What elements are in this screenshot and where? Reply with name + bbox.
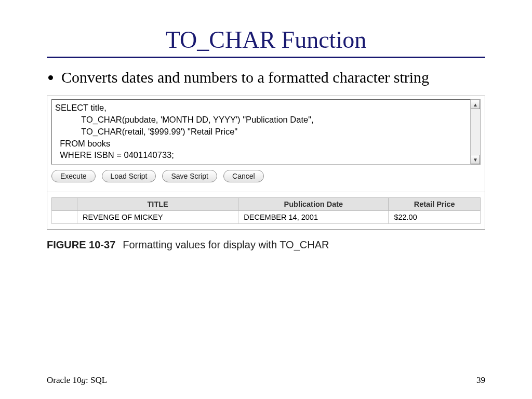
table-header-row: TITLE Publication Date Retail Price bbox=[52, 198, 481, 211]
sql-line: SELECT title, bbox=[55, 103, 107, 112]
bullet-item: Converts dates and numbers to a formatte… bbox=[61, 68, 485, 87]
col-header-title: TITLE bbox=[77, 198, 238, 211]
load-script-button[interactable]: Load Script bbox=[102, 170, 156, 182]
divider bbox=[47, 183, 485, 192]
col-header-retail: Retail Price bbox=[389, 198, 481, 211]
sql-line: TO_CHAR(retail, '$999.99') "Retail Price… bbox=[55, 127, 237, 136]
save-script-button[interactable]: Save Script bbox=[162, 170, 217, 182]
results-table: TITLE Publication Date Retail Price REVE… bbox=[51, 197, 481, 224]
title-underline bbox=[47, 57, 485, 58]
slide: TO_CHAR Function Converts dates and numb… bbox=[0, 0, 532, 399]
footer-page-number: 39 bbox=[476, 375, 485, 385]
scroll-up-icon[interactable]: ▲ bbox=[471, 100, 480, 109]
slide-title: TO_CHAR Function bbox=[47, 26, 485, 54]
row-selector-header bbox=[52, 198, 77, 211]
scroll-track[interactable] bbox=[471, 109, 480, 155]
col-header-pubdate: Publication Date bbox=[238, 198, 389, 211]
sql-line: FROM books bbox=[55, 139, 110, 148]
scrollbar[interactable]: ▲ ▼ bbox=[471, 99, 481, 165]
cell-title: REVENGE OF MICKEY bbox=[77, 211, 238, 224]
figure-caption: FIGURE 10-37Formatting values for displa… bbox=[47, 239, 485, 251]
cancel-button[interactable]: Cancel bbox=[223, 170, 264, 182]
cell-pubdate: DECEMBER 14, 2001 bbox=[238, 211, 389, 224]
footer-left-suffix: : SQL bbox=[86, 375, 107, 385]
sql-editor-wrap: SELECT title, TO_CHAR(pubdate, 'MONTH DD… bbox=[51, 99, 481, 165]
cell-retail: $22.00 bbox=[389, 211, 481, 224]
slide-footer: Oracle 10g: SQL 39 bbox=[47, 375, 485, 385]
footer-left: Oracle 10g: SQL bbox=[47, 375, 107, 385]
execute-button[interactable]: Execute bbox=[51, 170, 96, 182]
scroll-down-icon[interactable]: ▼ bbox=[471, 155, 480, 164]
sql-panel: SELECT title, TO_CHAR(pubdate, 'MONTH DD… bbox=[47, 96, 485, 230]
bullet-list: Converts dates and numbers to a formatte… bbox=[47, 68, 485, 87]
footer-left-g: g bbox=[82, 375, 86, 385]
figure-number: FIGURE 10-37 bbox=[47, 239, 115, 250]
table-row[interactable]: REVENGE OF MICKEY DECEMBER 14, 2001 $22.… bbox=[52, 211, 481, 224]
sql-line: WHERE ISBN = 0401140733; bbox=[55, 150, 174, 159]
figure-text: Formatting values for display with TO_CH… bbox=[123, 239, 329, 250]
sql-editor[interactable]: SELECT title, TO_CHAR(pubdate, 'MONTH DD… bbox=[51, 99, 471, 165]
button-row: Execute Load Script Save Script Cancel bbox=[51, 170, 481, 182]
footer-left-prefix: Oracle 10 bbox=[47, 375, 82, 385]
sql-line: TO_CHAR(pubdate, 'MONTH DD, YYYY') "Publ… bbox=[55, 115, 314, 124]
row-selector-cell[interactable] bbox=[52, 211, 77, 224]
